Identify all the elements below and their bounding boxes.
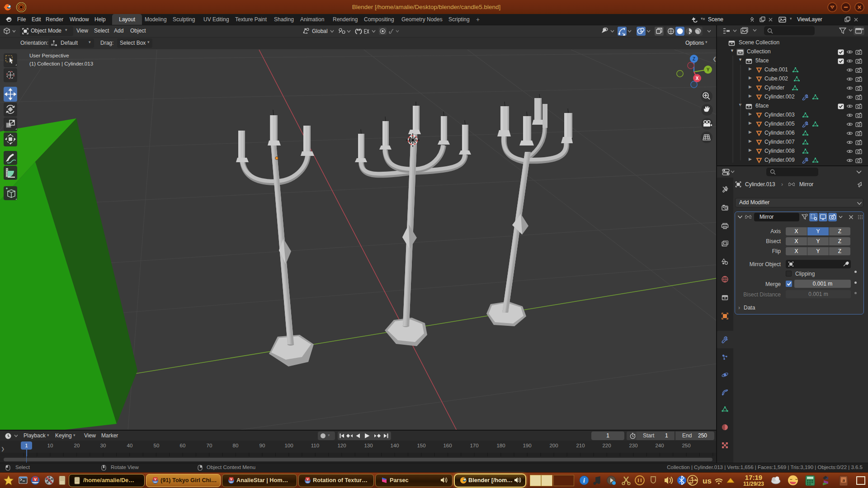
svg-text:❮: ❮	[712, 56, 716, 62]
svg-text:Z: Z	[693, 56, 695, 61]
svg-text:X: X	[696, 76, 699, 81]
svg-text:Y: Y	[707, 67, 710, 72]
svg-text:V: V	[230, 478, 232, 481]
svg-text:V: V	[154, 478, 156, 481]
svg-text:i: i	[583, 477, 585, 484]
svg-text:a: a	[842, 477, 845, 483]
svg-text:V: V	[307, 478, 309, 481]
svg-text:V: V	[34, 477, 37, 482]
svg-text:Global: Global	[312, 28, 328, 34]
svg-text:us: us	[703, 477, 712, 485]
